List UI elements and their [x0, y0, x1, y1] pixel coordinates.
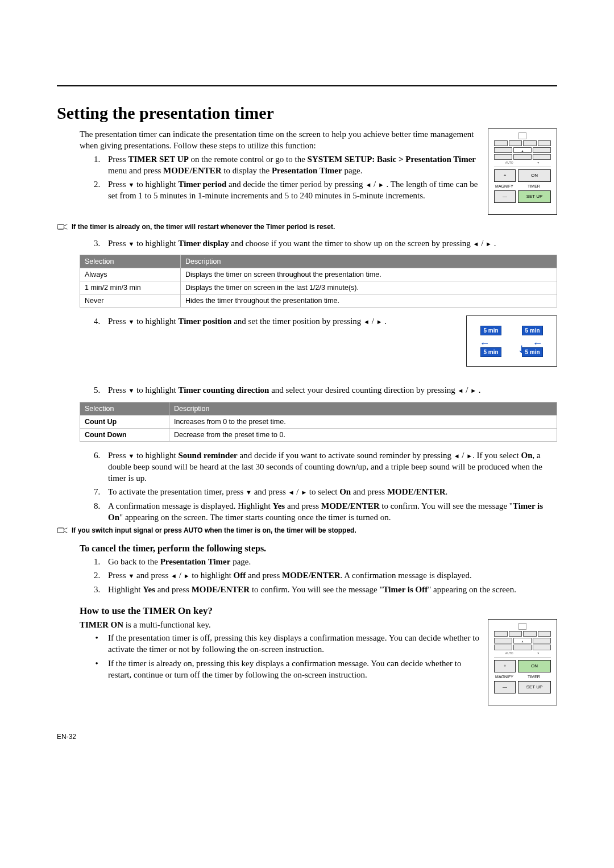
left-triangle-icon: ◄ — [288, 489, 294, 496]
table2-header-description: Description — [169, 402, 557, 415]
note-icon — [57, 223, 68, 232]
left-triangle-icon: ◄ — [454, 452, 460, 459]
remote-on-button-highlighted: ON — [518, 660, 551, 672]
remote-illustration-setup: ▲ AUTO▼ + ON MAGNIFY TIMER — SET UP — [488, 128, 557, 215]
howto-heading: How to use the TIMER On key? — [80, 605, 557, 617]
remote-timer-label: TIMER — [517, 184, 551, 188]
table2-header-selection: Selection — [80, 402, 169, 415]
step-8: A confirmation message is displayed. Hig… — [102, 500, 557, 524]
remote-minus-button: — — [494, 190, 516, 203]
corner-top-right: 5 min — [522, 326, 542, 335]
cancel-step-2: Press ▼ and press ◄ / ► to highlight Off… — [102, 570, 557, 581]
left-triangle-icon: ◄ — [363, 318, 370, 325]
corner-top-left: 5 min — [480, 326, 501, 335]
remote-minus-button: — — [494, 681, 516, 693]
timer-position-diagram: 5 min 5 min 5 min 5 min ↓ ↗ ↓ — [466, 315, 557, 367]
intro-text: The presentation timer can indicate the … — [80, 128, 557, 152]
page-title: Setting the presentation timer — [57, 103, 557, 123]
remote-timer-label: TIMER — [517, 675, 551, 679]
remote-magnify-label: MAGNIFY — [494, 675, 515, 679]
down-triangle-icon: ▼ — [128, 240, 134, 247]
top-rule — [57, 85, 557, 86]
remote-plus-button: + — [494, 169, 516, 182]
remote-plus-button: + — [494, 660, 516, 672]
right-triangle-icon: ► — [470, 387, 476, 394]
table-row: 1 min/2 min/3 minDisplays the timer on s… — [80, 281, 557, 294]
down-triangle-icon: ▼ — [128, 181, 134, 188]
right-triangle-icon: ► — [486, 240, 492, 247]
timer-display-table: Selection Description AlwaysDisplays the… — [80, 255, 557, 308]
page-number: EN-32 — [57, 733, 557, 741]
right-triangle-icon: ► — [301, 489, 307, 496]
left-triangle-icon: ◄ — [473, 240, 479, 247]
svg-rect-0 — [57, 225, 64, 229]
cancel-steps-list: Go back to the Presentation Timer page. … — [80, 556, 557, 595]
corner-bottom-left: 5 min — [480, 347, 501, 357]
step-7: To activate the presentation timer, pres… — [102, 486, 557, 497]
remote-setup-button-highlighted: SET UP — [518, 190, 551, 203]
table1-header-description: Description — [181, 255, 557, 268]
steps-list-e: Press ▼ to highlight Sound reminder and … — [80, 450, 557, 524]
counting-direction-table: Selection Description Count UpIncreases … — [80, 402, 557, 442]
table-row: AlwaysDisplays the timer on screen throu… — [80, 268, 557, 281]
arrow-icon: ↓ — [532, 341, 544, 346]
down-triangle-icon: ▼ — [246, 489, 252, 496]
table-row: Count UpIncreases from 0 to the preset t… — [80, 415, 557, 428]
right-triangle-icon: ► — [184, 572, 190, 579]
right-triangle-icon: ► — [466, 452, 472, 459]
right-triangle-icon: ► — [378, 181, 384, 188]
steps-list-d: Press ▼ to highlight Timer counting dire… — [80, 384, 557, 396]
table-row: Count DownDecrease from the preset time … — [80, 428, 557, 441]
down-triangle-icon: ▼ — [128, 318, 134, 325]
remote-setup-button: SET UP — [518, 681, 551, 693]
svg-rect-1 — [57, 528, 64, 533]
remote-illustration-on: ▲ AUTO▼ + ON MAGNIFY TIMER — SET UP — [488, 619, 557, 705]
note-icon — [57, 526, 68, 535]
arrow-icon: ↓ — [479, 341, 491, 346]
step-5: Press ▼ to highlight Timer counting dire… — [102, 384, 557, 396]
left-triangle-icon: ◄ — [171, 572, 177, 579]
cancel-heading: To cancel the timer, perform the followi… — [80, 543, 557, 554]
howto-lead: TIMER ON is a multi-functional key. — [80, 619, 557, 630]
down-triangle-icon: ▼ — [128, 387, 134, 394]
left-triangle-icon: ◄ — [458, 387, 464, 394]
steps-list-a: Press TIMER SET UP on the remote control… — [80, 153, 557, 202]
step-6: Press ▼ to highlight Sound reminder and … — [102, 450, 557, 484]
howto-bullets: If the presentation timer is off, pressi… — [80, 632, 557, 680]
cancel-step-1: Go back to the Presentation Timer page. — [102, 556, 557, 567]
remote-magnify-label: MAGNIFY — [494, 184, 515, 188]
right-triangle-icon: ► — [376, 318, 383, 325]
step-3: Press ▼ to highlight Timer display and c… — [102, 238, 557, 249]
notice-timer-restart: If the timer is already on, the timer wi… — [57, 223, 557, 232]
steps-list-b: Press ▼ to highlight Timer display and c… — [80, 238, 557, 249]
table1-header-selection: Selection — [80, 255, 181, 268]
notice-timer-stop: If you switch input signal or press AUTO… — [57, 526, 557, 535]
remote-on-button: ON — [518, 169, 551, 182]
table-row: NeverHides the timer throughout the pres… — [80, 294, 557, 308]
cancel-step-3: Highlight Yes and press MODE/ENTER to co… — [102, 584, 557, 595]
left-triangle-icon: ◄ — [365, 181, 371, 188]
down-triangle-icon: ▼ — [128, 452, 134, 459]
down-triangle-icon: ▼ — [128, 572, 134, 579]
